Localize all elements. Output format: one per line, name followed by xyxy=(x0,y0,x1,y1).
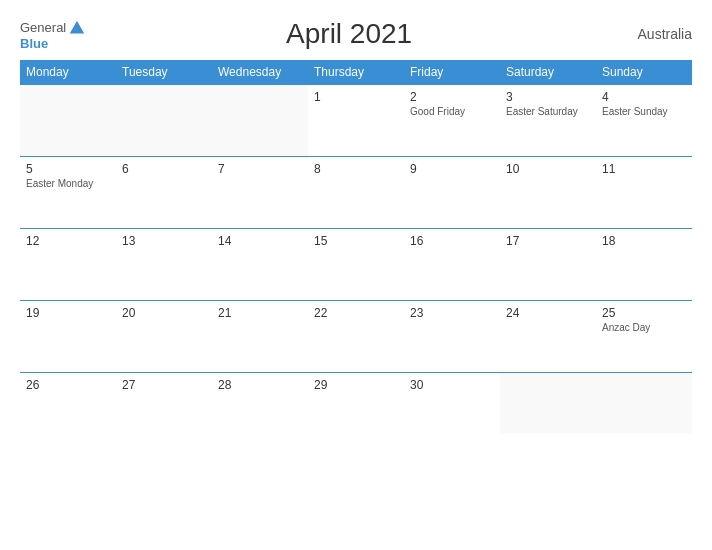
calendar-cell: 26 xyxy=(20,373,116,433)
calendar-cell: 28 xyxy=(212,373,308,433)
logo-blue: Blue xyxy=(20,37,48,50)
calendar-cell: 21 xyxy=(212,301,308,373)
week-row-3: 12131415161718 xyxy=(20,229,692,301)
day-number: 19 xyxy=(26,306,110,320)
calendar-cell: 27 xyxy=(116,373,212,433)
calendar-cell xyxy=(116,85,212,157)
day-number: 13 xyxy=(122,234,206,248)
day-number: 4 xyxy=(602,90,686,104)
calendar-cell: 13 xyxy=(116,229,212,301)
weekday-header-tuesday: Tuesday xyxy=(116,60,212,85)
week-row-2: 5Easter Monday67891011 xyxy=(20,157,692,229)
calendar-cell: 22 xyxy=(308,301,404,373)
day-number: 27 xyxy=(122,378,206,392)
day-number: 9 xyxy=(410,162,494,176)
day-number: 15 xyxy=(314,234,398,248)
week-row-1: 12Good Friday3Easter Saturday4Easter Sun… xyxy=(20,85,692,157)
calendar-cell: 30 xyxy=(404,373,500,433)
day-number: 21 xyxy=(218,306,302,320)
weekday-header-saturday: Saturday xyxy=(500,60,596,85)
day-number: 18 xyxy=(602,234,686,248)
day-number: 22 xyxy=(314,306,398,320)
day-number: 10 xyxy=(506,162,590,176)
svg-marker-0 xyxy=(70,20,84,33)
calendar-grid: MondayTuesdayWednesdayThursdayFridaySatu… xyxy=(20,60,692,433)
day-number: 20 xyxy=(122,306,206,320)
calendar-cell: 6 xyxy=(116,157,212,229)
calendar-cell: 9 xyxy=(404,157,500,229)
weekday-header-wednesday: Wednesday xyxy=(212,60,308,85)
calendar-cell: 25Anzac Day xyxy=(596,301,692,373)
day-number: 29 xyxy=(314,378,398,392)
logo-general: General xyxy=(20,21,66,34)
day-number: 23 xyxy=(410,306,494,320)
day-number: 12 xyxy=(26,234,110,248)
day-number: 24 xyxy=(506,306,590,320)
calendar-cell: 15 xyxy=(308,229,404,301)
calendar-cell: 7 xyxy=(212,157,308,229)
calendar-cell: 14 xyxy=(212,229,308,301)
day-number: 5 xyxy=(26,162,110,176)
week-row-5: 2627282930 xyxy=(20,373,692,433)
day-number: 2 xyxy=(410,90,494,104)
day-number: 28 xyxy=(218,378,302,392)
calendar-cell xyxy=(500,373,596,433)
holiday-name: Good Friday xyxy=(410,106,494,117)
day-number: 14 xyxy=(218,234,302,248)
calendar-cell: 12 xyxy=(20,229,116,301)
day-number: 17 xyxy=(506,234,590,248)
calendar-cell: 24 xyxy=(500,301,596,373)
calendar-wrapper: General Blue April 2021 Australia Monday… xyxy=(0,0,712,550)
country-label: Australia xyxy=(612,26,692,42)
weekday-header-thursday: Thursday xyxy=(308,60,404,85)
week-row-4: 19202122232425Anzac Day xyxy=(20,301,692,373)
header-row: General Blue April 2021 Australia xyxy=(20,18,692,50)
day-number: 6 xyxy=(122,162,206,176)
calendar-cell: 4Easter Sunday xyxy=(596,85,692,157)
calendar-cell: 11 xyxy=(596,157,692,229)
calendar-cell: 23 xyxy=(404,301,500,373)
calendar-cell: 10 xyxy=(500,157,596,229)
calendar-cell: 20 xyxy=(116,301,212,373)
day-number: 11 xyxy=(602,162,686,176)
calendar-cell: 8 xyxy=(308,157,404,229)
calendar-cell: 19 xyxy=(20,301,116,373)
holiday-name: Easter Monday xyxy=(26,178,110,189)
weekday-header-friday: Friday xyxy=(404,60,500,85)
calendar-cell: 17 xyxy=(500,229,596,301)
logo-triangle-icon xyxy=(68,19,86,37)
day-number: 16 xyxy=(410,234,494,248)
holiday-name: Anzac Day xyxy=(602,322,686,333)
weekday-header-monday: Monday xyxy=(20,60,116,85)
weekday-header-sunday: Sunday xyxy=(596,60,692,85)
calendar-cell: 3Easter Saturday xyxy=(500,85,596,157)
day-number: 25 xyxy=(602,306,686,320)
calendar-cell: 2Good Friday xyxy=(404,85,500,157)
day-number: 8 xyxy=(314,162,398,176)
day-number: 1 xyxy=(314,90,398,104)
day-number: 30 xyxy=(410,378,494,392)
logo: General Blue xyxy=(20,19,86,50)
calendar-cell: 16 xyxy=(404,229,500,301)
calendar-cell: 5Easter Monday xyxy=(20,157,116,229)
day-number: 3 xyxy=(506,90,590,104)
calendar-cell: 29 xyxy=(308,373,404,433)
holiday-name: Easter Sunday xyxy=(602,106,686,117)
calendar-cell: 1 xyxy=(308,85,404,157)
calendar-cell: 18 xyxy=(596,229,692,301)
calendar-cell xyxy=(596,373,692,433)
day-number: 26 xyxy=(26,378,110,392)
calendar-cell xyxy=(212,85,308,157)
calendar-title: April 2021 xyxy=(86,18,612,50)
day-number: 7 xyxy=(218,162,302,176)
calendar-cell xyxy=(20,85,116,157)
holiday-name: Easter Saturday xyxy=(506,106,590,117)
weekday-header-row: MondayTuesdayWednesdayThursdayFridaySatu… xyxy=(20,60,692,85)
